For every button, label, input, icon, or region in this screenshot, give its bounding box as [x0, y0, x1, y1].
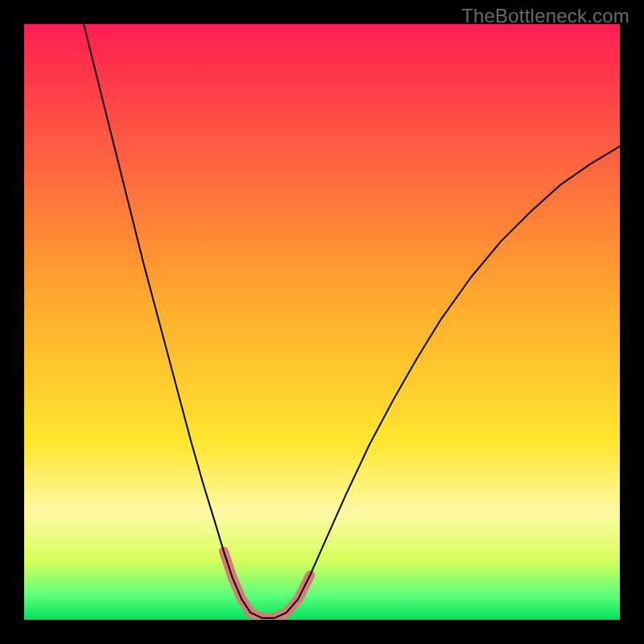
chart-frame: TheBottleneck.com [0, 0, 644, 644]
plot-background [24, 24, 620, 620]
bottleneck-chart [24, 24, 620, 620]
